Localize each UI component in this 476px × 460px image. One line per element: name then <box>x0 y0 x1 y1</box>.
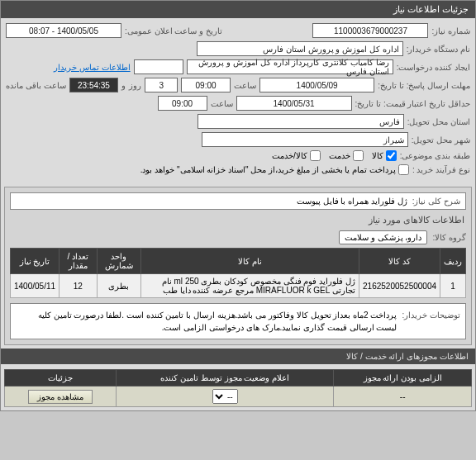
header-section: شماره نیاز: 1100003679000237 تاریخ و ساع… <box>1 18 475 183</box>
category-checks: کالا خدمت کالا/خدمت <box>272 150 397 161</box>
label-city: شهر محل تحویل: <box>412 135 470 145</box>
check-goods-service[interactable]: کالا/خدمت <box>272 150 321 161</box>
details-box: شرح کلی نیاز: ژل فلوراید همراه با فایل پ… <box>4 187 472 345</box>
field-contact-blank <box>134 59 183 74</box>
th-code: کد کالا <box>359 249 440 274</box>
table-row: 1 2162520052500004 ژل فلوراید فوم فنگی م… <box>11 274 466 298</box>
field-remain-time: 23:54:35 <box>69 78 119 92</box>
label-reply-deadline: مهلت ارسال پاسخ: تا تاریخ: <box>378 81 470 90</box>
scell-1: -- <box>334 386 472 407</box>
field-province: فارس <box>198 114 404 129</box>
sth-3: جزئیات <box>5 370 117 386</box>
text-purchase-note: پرداخت تمام یا بخشی از مبلغ خرید،از محل … <box>140 165 396 174</box>
field-buyer-org: اداره کل اموزش و پرورش استان فارس <box>197 41 403 56</box>
items-title: اطلاعات کالاهای مورد نیاز <box>12 215 464 225</box>
field-pub-datetime: 1400/05/05 - 08:07 <box>6 23 121 38</box>
label-creator: ایجاد کننده درخواست: <box>397 63 470 72</box>
label-hour1: ساعت <box>234 81 256 90</box>
cell-qty: 12 <box>60 274 98 298</box>
field-reply-time: 09:00 <box>181 78 231 92</box>
label-subject-cat: طبقه بندی موضوعی: <box>400 151 470 160</box>
checkbox-service[interactable] <box>353 150 364 161</box>
view-permit-button[interactable]: مشاهده مجوز <box>28 390 93 404</box>
label-buyer-org: نام دستگاه خریدار: <box>407 45 470 54</box>
check-purchase-type[interactable]: پرداخت تمام یا بخشی از مبلغ خرید،از محل … <box>140 164 409 175</box>
cell-date: 1400/05/11 <box>11 274 60 298</box>
label-province: استان محل تحویل: <box>407 117 470 126</box>
sth-1: الزامی بودن ارائه مجوز <box>334 370 472 386</box>
label-desc: شرح کلی نیاز: <box>412 197 460 206</box>
cell-idx: 1 <box>440 274 466 298</box>
label-and: و <box>121 81 126 90</box>
check-goods[interactable]: کالا <box>372 150 397 161</box>
main-panel: جزئیات اطلاعات نیاز شماره نیاز: 11000036… <box>0 0 476 411</box>
text-desc: ژل فلوراید همراه با فایل پیوست <box>297 197 407 206</box>
status-table: الزامی بودن ارائه مجوز اعلام وضعیت مجوز … <box>4 369 472 407</box>
label-hour2: ساعت <box>211 99 233 108</box>
th-unit: واحد شمارش <box>97 249 140 274</box>
status-row: -- -- مشاهده مجوز <box>5 386 472 407</box>
label-day: روز <box>129 81 141 90</box>
sth-2: اعلام وضعیت مجوز توسط تامین کننده <box>116 370 333 386</box>
checkbox-goods[interactable] <box>386 150 397 161</box>
table-header-row: ردیف کد کالا نام کالا واحد شمارش تعداد /… <box>11 249 466 274</box>
field-valid-date: 1400/05/31 <box>236 96 352 111</box>
link-contact-info[interactable]: اطلاعات تماس خریدار <box>54 63 131 72</box>
label-buyer-notes: توضیحات خریدار: <box>402 309 460 334</box>
check-service[interactable]: خدمت <box>329 150 364 161</box>
scell-2: -- <box>116 386 333 407</box>
field-valid-time: 09:00 <box>158 96 207 111</box>
status-select[interactable]: -- <box>212 389 238 404</box>
label-req-no: شماره نیاز: <box>431 26 470 36</box>
th-qty: تعداد / مقدار <box>60 249 98 274</box>
field-creator: رضا کامیاب کلانتری کارپرداز اداره کل امو… <box>187 59 393 74</box>
desc-row: شرح کلی نیاز: ژل فلوراید همراه با فایل پ… <box>10 192 466 210</box>
label-valid-from: حداقل تاریخ اعتبار قیمت: تا تاریخ: <box>355 99 470 108</box>
cell-unit: بطری <box>97 274 140 298</box>
th-idx: ردیف <box>440 249 466 274</box>
footer-title: اطلاعات مجوزهای ارائه خدمت / کالا <box>1 349 475 364</box>
buyer-notes-box: توضیحات خریدار: پرداخت 2ماه بعداز تحویل … <box>10 303 466 339</box>
field-city: شیراز <box>202 132 408 147</box>
label-pub-datetime: تاریخ و ساعت اعلان عمومی: <box>125 26 222 36</box>
label-purchase-type: نوع فرآیند خرید : <box>412 165 470 174</box>
panel-title: جزئیات اطلاعات نیاز <box>1 1 475 18</box>
th-date: تاریخ نیاز <box>11 249 60 274</box>
field-req-no: 1100003679000237 <box>312 23 428 38</box>
items-table: ردیف کد کالا نام کالا واحد شمارش تعداد /… <box>10 248 466 298</box>
label-remain: ساعت باقی مانده <box>6 81 66 90</box>
field-reply-date: 1400/05/09 <box>259 78 374 92</box>
label-group: گروه کالا: <box>432 233 466 242</box>
scell-3: مشاهده مجوز <box>5 386 117 407</box>
text-buyer-notes: پرداخت 2ماه بعداز تحویل کالا وفاکتور می … <box>16 309 397 334</box>
checkbox-goods-service[interactable] <box>310 150 321 161</box>
checkbox-purchase-type[interactable] <box>398 164 409 175</box>
cell-code: 2162520052500004 <box>359 274 440 298</box>
cell-name: ژل فلوراید فوم فنگی مخصوص کودکان بطری 25… <box>140 274 359 298</box>
th-name: نام کالا <box>140 249 359 274</box>
field-group: دارو، پزشکی و سلامت <box>339 230 427 244</box>
field-remain-days: 3 <box>145 78 178 92</box>
